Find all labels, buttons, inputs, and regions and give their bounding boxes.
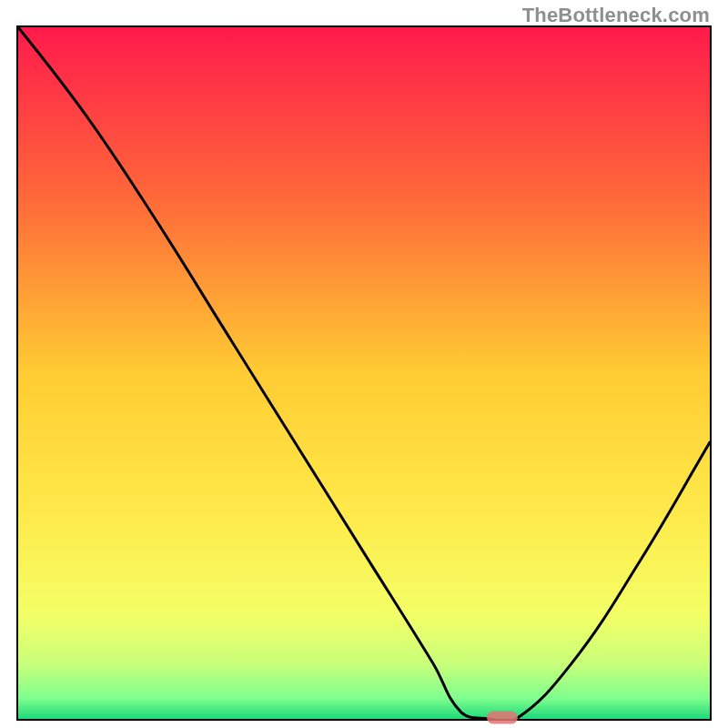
chart-canvas [18,27,710,719]
optimum-marker [487,712,518,724]
plot-frame [16,25,712,721]
watermark-text: TheBottleneck.com [522,4,710,27]
